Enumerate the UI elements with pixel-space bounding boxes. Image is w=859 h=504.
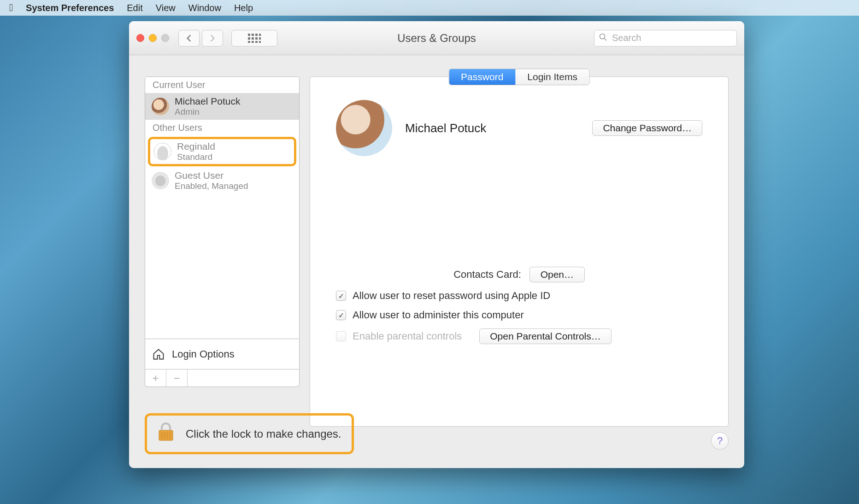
home-icon	[152, 347, 165, 361]
svg-rect-10	[255, 41, 258, 43]
close-button[interactable]	[136, 34, 144, 42]
user-sidebar: Current User Michael Potuck Admin Other …	[145, 76, 300, 468]
zoom-button[interactable]	[161, 34, 169, 42]
lock-message: Click the lock to make changes.	[186, 428, 341, 440]
forward-button[interactable]	[202, 30, 223, 47]
minimize-button[interactable]	[149, 34, 157, 42]
show-all-button[interactable]	[231, 30, 277, 47]
enable-parental-checkbox[interactable]	[336, 331, 346, 341]
window-controls	[136, 34, 169, 42]
menubar-item-help[interactable]: Help	[234, 3, 253, 13]
svg-rect-6	[255, 37, 258, 40]
current-user-label: Current User	[145, 77, 299, 93]
allow-reset-checkbox[interactable]	[336, 291, 346, 301]
user-row-guest[interactable]: Guest User Enabled, Managed	[145, 167, 299, 194]
user-role: Admin	[175, 107, 240, 117]
apple-menu-icon[interactable]: 	[9, 2, 13, 14]
open-contacts-button[interactable]: Open…	[530, 267, 585, 282]
user-name: Reginald	[177, 141, 215, 152]
user-role: Enabled, Managed	[175, 181, 248, 191]
lock-icon[interactable]	[157, 422, 175, 445]
svg-rect-7	[259, 37, 261, 40]
svg-rect-2	[255, 34, 258, 36]
svg-rect-8	[248, 41, 250, 43]
open-parental-controls-button[interactable]: Open Parental Controls…	[479, 328, 611, 344]
login-options-label: Login Options	[172, 348, 235, 360]
user-list: Current User Michael Potuck Admin Other …	[145, 76, 300, 339]
tab-login-items[interactable]: Login Items	[515, 69, 589, 85]
svg-rect-14	[159, 430, 173, 440]
svg-rect-9	[252, 41, 254, 43]
profile-name: Michael Potuck	[405, 121, 579, 135]
menubar-app[interactable]: System Preferences	[26, 3, 114, 13]
search-input[interactable]	[611, 32, 732, 44]
lock-area[interactable]: Click the lock to make changes.	[145, 413, 354, 454]
svg-rect-5	[252, 37, 254, 40]
add-user-button[interactable]: +	[145, 369, 166, 387]
help-button[interactable]: ?	[711, 432, 729, 450]
avatar-icon	[152, 98, 169, 115]
profile-picture[interactable]	[336, 100, 392, 156]
user-row-current[interactable]: Michael Potuck Admin	[145, 93, 299, 120]
menu-bar:  System Preferences Edit View Window He…	[0, 0, 859, 16]
preferences-window: Users & Groups Current User Michael Potu…	[129, 21, 744, 468]
remove-user-button[interactable]: −	[166, 369, 188, 387]
tab-bar: Password Login Items	[448, 69, 590, 85]
tab-password[interactable]: Password	[449, 69, 515, 85]
menubar-item-edit[interactable]: Edit	[127, 3, 142, 13]
search-field[interactable]	[594, 30, 737, 47]
user-name: Guest User	[175, 170, 248, 181]
back-button[interactable]	[178, 30, 200, 47]
menubar-item-view[interactable]: View	[156, 3, 176, 13]
menubar-item-window[interactable]: Window	[188, 3, 221, 13]
user-name: Michael Potuck	[175, 96, 240, 107]
main-panel: Password Login Items Michael Potuck Chan…	[310, 76, 729, 427]
allow-admin-label: Allow user to administer this computer	[353, 309, 524, 321]
other-users-label: Other Users	[145, 120, 299, 136]
svg-line-13	[604, 38, 606, 41]
user-row-reginald[interactable]: Reginald Standard	[148, 137, 296, 166]
avatar-icon	[154, 143, 171, 160]
user-role: Standard	[177, 152, 215, 162]
enable-parental-label: Enable parental controls	[353, 330, 462, 342]
avatar-icon	[152, 172, 169, 189]
svg-point-12	[600, 34, 605, 39]
svg-rect-1	[252, 34, 254, 36]
change-password-button[interactable]: Change Password…	[592, 120, 702, 136]
contacts-card-label: Contacts Card:	[453, 269, 521, 281]
search-icon	[599, 33, 607, 43]
login-options-button[interactable]: Login Options	[145, 339, 300, 369]
allow-admin-checkbox[interactable]	[336, 310, 346, 320]
svg-rect-4	[248, 37, 250, 40]
add-remove-bar: + −	[145, 369, 300, 387]
svg-rect-3	[259, 34, 261, 36]
window-titlebar: Users & Groups	[129, 21, 744, 55]
svg-rect-0	[248, 34, 250, 36]
allow-reset-label: Allow user to reset password using Apple…	[353, 290, 550, 302]
svg-rect-11	[259, 41, 261, 43]
